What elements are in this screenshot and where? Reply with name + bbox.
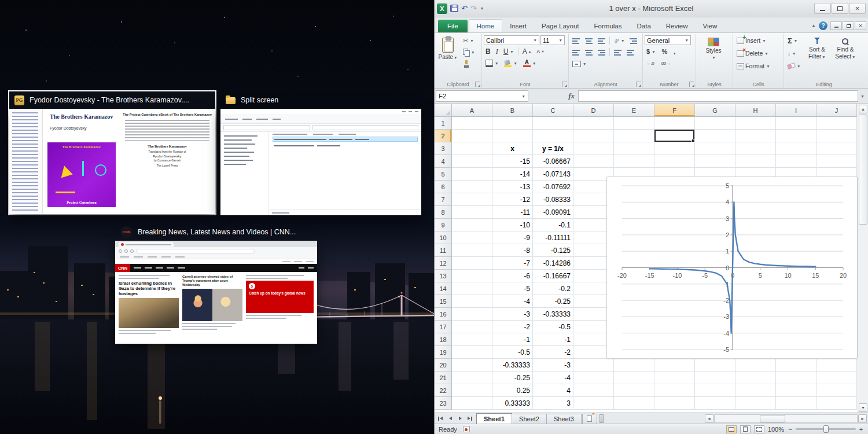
minimize-button[interactable] [814, 3, 831, 14]
row-header-8[interactable]: 8 [435, 206, 452, 219]
insert-worksheet-button[interactable] [582, 414, 597, 424]
row-header-23[interactable]: 23 [435, 397, 452, 410]
cell-H3[interactable] [735, 142, 776, 155]
cell-E21[interactable] [614, 372, 654, 384]
cell-C23[interactable]: 3 [533, 397, 573, 410]
cell-J3[interactable] [816, 142, 857, 155]
page-break-view-button[interactable] [754, 425, 764, 433]
zoom-out-button[interactable]: − [788, 426, 793, 433]
cell-A22[interactable] [452, 384, 492, 397]
clipboard-dialog-launcher[interactable] [475, 82, 480, 87]
cell-A17[interactable] [452, 321, 492, 333]
cell-H22[interactable] [735, 384, 776, 397]
cell-J21[interactable] [816, 372, 857, 384]
align-top-button[interactable] [571, 35, 582, 46]
normal-view-button[interactable] [726, 425, 737, 433]
align-bottom-button[interactable] [596, 35, 607, 46]
column-header-D[interactable]: D [573, 104, 614, 117]
cell-H23[interactable] [735, 397, 776, 410]
cell-B4[interactable]: -15 [492, 155, 533, 168]
column-header-I[interactable]: I [776, 104, 816, 117]
first-sheet-button[interactable] [436, 414, 445, 423]
cell-C2[interactable] [533, 130, 573, 142]
insert-cells-button[interactable]: Insert▼ [735, 35, 782, 46]
save-icon[interactable] [450, 5, 458, 12]
cell-E4[interactable] [614, 155, 654, 168]
cell-A12[interactable] [452, 257, 492, 270]
align-left-button[interactable] [571, 47, 582, 57]
alignment-dialog-launcher[interactable] [636, 82, 641, 87]
cell-I21[interactable] [776, 372, 816, 384]
sheet-tab-sheet3[interactable]: Sheet3 [546, 414, 582, 424]
cell-D4[interactable] [573, 155, 614, 168]
last-sheet-button[interactable] [465, 414, 475, 423]
row-header-10[interactable]: 10 [435, 231, 452, 244]
cell-A19[interactable] [452, 346, 492, 359]
cell-B7[interactable]: -12 [492, 193, 533, 206]
row-header-20[interactable]: 20 [435, 359, 452, 372]
cell-C11[interactable]: -0.125 [533, 244, 573, 257]
underline-button[interactable]: U▼ [502, 46, 516, 57]
cell-B22[interactable]: 0.25 [492, 384, 533, 397]
cell-B1[interactable] [492, 117, 533, 130]
cell-J20[interactable] [816, 359, 857, 372]
formula-input[interactable] [578, 90, 858, 102]
row-header-19[interactable]: 19 [435, 346, 452, 359]
horizontal-scrollbar[interactable] [714, 414, 858, 423]
zoom-slider-thumb[interactable] [823, 425, 829, 433]
shrink-font-button[interactable]: A▼ [535, 46, 546, 57]
cell-A15[interactable] [452, 295, 492, 308]
font-color-button[interactable]: ▼ [521, 58, 538, 68]
cell-A13[interactable] [452, 270, 492, 282]
cell-A6[interactable] [452, 181, 492, 193]
copy-button[interactable]: ▼ [461, 47, 476, 57]
row-header-7[interactable]: 7 [435, 193, 452, 206]
cell-C3[interactable]: y = 1/x [533, 142, 573, 155]
cell-E3[interactable] [614, 142, 654, 155]
cell-B14[interactable]: -5 [492, 282, 533, 295]
cell-C7[interactable]: -0.08333 [533, 193, 573, 206]
workbook-restore-button[interactable] [843, 21, 854, 30]
row-header-11[interactable]: 11 [435, 244, 452, 257]
cell-E1[interactable] [614, 117, 654, 130]
cell-B18[interactable]: -1 [492, 333, 533, 346]
tab-split-handle[interactable] [599, 414, 604, 423]
cell-I22[interactable] [776, 384, 816, 397]
accounting-format-button[interactable]: $▼ [645, 46, 657, 57]
cell-B2[interactable] [492, 130, 533, 142]
cell-E20[interactable] [614, 359, 654, 372]
select-all-corner[interactable] [435, 104, 452, 117]
cell-F4[interactable] [654, 155, 695, 168]
cell-A11[interactable] [452, 244, 492, 257]
cell-C15[interactable]: -0.25 [533, 295, 573, 308]
autosum-button[interactable]: Σ▼ [786, 35, 802, 46]
comma-style-button[interactable]: , [672, 46, 677, 57]
row-header-1[interactable]: 1 [435, 117, 452, 130]
cell-C18[interactable]: -1 [533, 333, 573, 346]
cell-B23[interactable]: 0.33333 [492, 397, 533, 410]
cell-F22[interactable] [654, 384, 695, 397]
align-middle-button[interactable] [583, 35, 594, 46]
column-header-B[interactable]: B [492, 104, 533, 117]
cell-A4[interactable] [452, 155, 492, 168]
zoom-in-button[interactable]: + [858, 426, 864, 433]
name-box[interactable]: F2 ▼ [436, 90, 528, 102]
cell-G22[interactable] [695, 384, 735, 397]
cell-I1[interactable] [776, 117, 816, 130]
styles-button[interactable]: Styles ▼ [698, 35, 729, 72]
align-right-button[interactable] [596, 47, 607, 57]
cell-D1[interactable] [573, 117, 614, 130]
cell-C21[interactable]: -4 [533, 372, 573, 384]
cell-B8[interactable]: -11 [492, 206, 533, 219]
column-header-G[interactable]: G [695, 104, 735, 117]
sheet-tab-sheet2[interactable]: Sheet2 [512, 414, 547, 424]
cell-H21[interactable] [735, 372, 776, 384]
cell-C6[interactable]: -0.07692 [533, 181, 573, 193]
maximize-button[interactable] [832, 3, 848, 14]
increase-decimal-button[interactable]: ←.0 [645, 58, 656, 68]
wrap-text-button[interactable] [628, 35, 639, 46]
workbook-minimize-button[interactable] [830, 21, 842, 30]
workbook-close-button[interactable]: × [855, 21, 866, 30]
font-size-combo[interactable]: 11▼ [540, 35, 565, 45]
format-painter-button[interactable] [461, 58, 476, 69]
